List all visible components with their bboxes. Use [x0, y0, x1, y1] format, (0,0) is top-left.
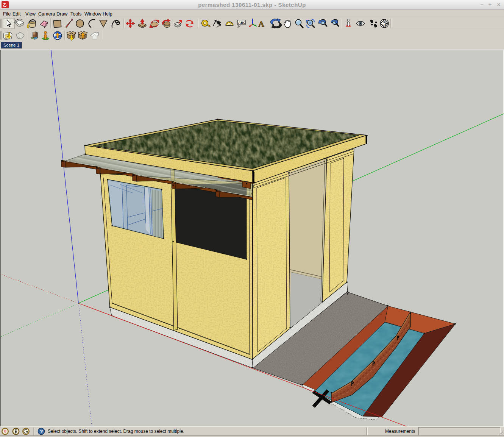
svg-text:C: C [383, 21, 385, 23]
svg-text:ABC: ABC [238, 21, 246, 25]
svg-text:A: A [258, 19, 264, 29]
svg-text:?: ? [40, 429, 43, 434]
svg-text:A·S: A·S [382, 24, 386, 26]
